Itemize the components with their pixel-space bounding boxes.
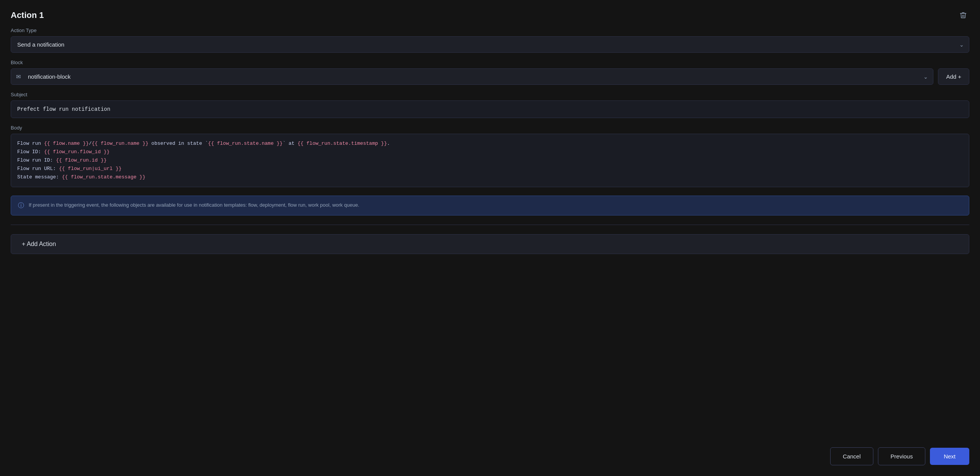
- body-line-3: Flow run ID: {{ flow_run.id }}: [17, 156, 963, 165]
- action-type-select[interactable]: Send a notificationCancel a flow runSusp…: [11, 36, 969, 53]
- body-l1-slash: /: [89, 141, 92, 146]
- block-select[interactable]: notification-block: [11, 68, 933, 85]
- section-divider: [11, 225, 969, 225]
- action-header: Action 1: [11, 9, 969, 21]
- body-label: Body: [11, 125, 969, 131]
- body-l1-v1: {{ flow.name }}: [44, 141, 89, 146]
- body-section: Body Flow run {{ flow.name }}/{{ flow_ru…: [11, 125, 969, 187]
- body-l1-t3: ` at: [282, 141, 297, 146]
- delete-action-button[interactable]: [957, 9, 969, 21]
- action-type-section: Action Type Send a notificationCancel a …: [11, 28, 969, 53]
- bottom-navigation: Cancel Previous Next: [830, 447, 969, 465]
- body-l4-t1: Flow run URL:: [17, 166, 59, 172]
- body-l1-v2: {{ flow_run.name }}: [92, 141, 148, 146]
- body-l5-t1: State message:: [17, 174, 62, 180]
- body-line-1: Flow run {{ flow.name }}/{{ flow_run.nam…: [17, 139, 963, 148]
- info-banner-text: If present in the triggering event, the …: [29, 201, 359, 209]
- block-label: Block: [11, 60, 969, 65]
- body-l1-v3: {{ flow_run.state.name }}: [208, 141, 282, 146]
- cancel-button[interactable]: Cancel: [830, 447, 873, 465]
- add-action-button[interactable]: + Add Action: [11, 234, 969, 254]
- block-select-wrapper: ✉ notification-block ⌄: [11, 68, 933, 85]
- body-l3-v1: {{ flow_run.id }}: [56, 157, 107, 163]
- body-l1-v4: {{ flow_run.state.timestamp }}: [297, 141, 387, 146]
- body-line-2: Flow ID: {{ flow_run.flow_id }}: [17, 148, 963, 156]
- add-block-label: Add +: [946, 73, 961, 80]
- next-button[interactable]: Next: [930, 448, 969, 465]
- body-code-display[interactable]: Flow run {{ flow.name }}/{{ flow_run.nam…: [11, 134, 969, 187]
- action-title: Action 1: [11, 10, 44, 20]
- action-type-label: Action Type: [11, 28, 969, 33]
- body-l2-v1: {{ flow_run.flow_id }}: [44, 149, 110, 155]
- info-circle-icon: ⓘ: [18, 202, 24, 210]
- body-line-4: Flow run URL: {{ flow_run|ui_url }}: [17, 165, 963, 173]
- body-l1-t1: Flow run: [17, 141, 44, 146]
- body-l1-t4: .: [387, 141, 390, 146]
- add-action-label: + Add Action: [22, 241, 56, 248]
- main-container: Action 1 Action Type Send a notification…: [0, 0, 980, 476]
- add-block-button[interactable]: Add +: [938, 68, 969, 85]
- body-l3-t1: Flow run ID:: [17, 157, 56, 163]
- action-type-wrapper: Send a notificationCancel a flow runSusp…: [11, 36, 969, 53]
- body-l2-t1: Flow ID:: [17, 149, 44, 155]
- subject-input[interactable]: [11, 100, 969, 118]
- body-l1-t2: observed in state `: [148, 141, 208, 146]
- body-l5-v1: {{ flow_run.state.message }}: [62, 174, 145, 180]
- previous-button[interactable]: Previous: [878, 447, 925, 465]
- body-l4-v1: {{ flow_run|ui_url }}: [59, 166, 122, 172]
- subject-label: Subject: [11, 92, 969, 97]
- subject-section: Subject: [11, 92, 969, 118]
- body-line-5: State message: {{ flow_run.state.message…: [17, 173, 963, 181]
- block-section: Block ✉ notification-block ⌄ Add +: [11, 60, 969, 85]
- info-banner: ⓘ If present in the triggering event, th…: [11, 196, 969, 215]
- block-row: ✉ notification-block ⌄ Add +: [11, 68, 969, 85]
